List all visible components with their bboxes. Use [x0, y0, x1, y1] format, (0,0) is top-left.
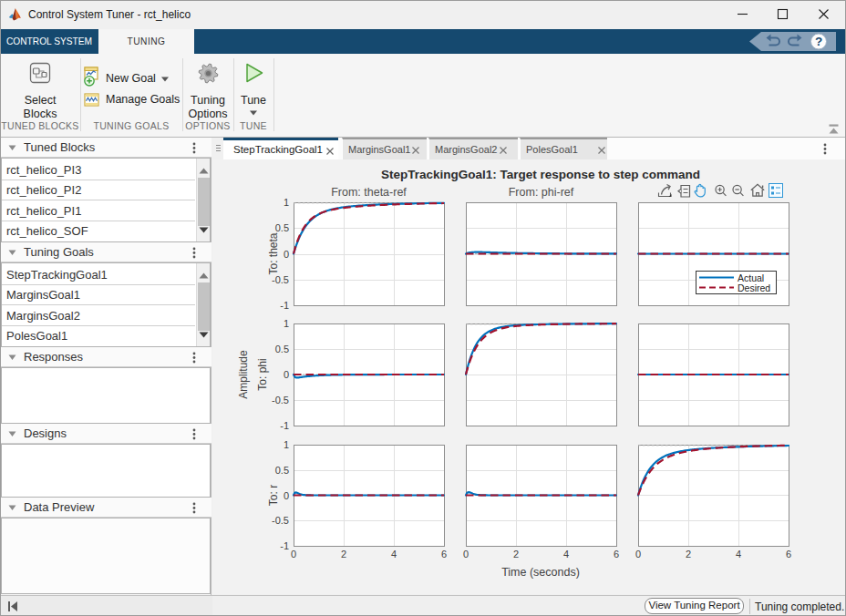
svg-text:2: 2 — [686, 549, 691, 560]
svg-text:To: phi: To: phi — [256, 358, 269, 390]
svg-text:-0.5: -0.5 — [272, 515, 289, 526]
svg-text:6: 6 — [614, 549, 619, 560]
svg-text:From: phi-ref: From: phi-ref — [509, 186, 574, 199]
svg-text:0: 0 — [284, 369, 289, 380]
svg-text:0: 0 — [291, 549, 296, 560]
svg-text:-1: -1 — [280, 540, 289, 551]
svg-text:0.5: 0.5 — [275, 465, 289, 476]
svg-text:2: 2 — [341, 549, 346, 560]
svg-text:To: r: To: r — [267, 485, 280, 506]
svg-text:-0.5: -0.5 — [272, 395, 289, 406]
svg-text:Amplitude: Amplitude — [237, 350, 250, 399]
svg-text:Desired: Desired — [738, 282, 770, 293]
svg-text:4: 4 — [563, 549, 569, 560]
svg-text:0: 0 — [635, 549, 641, 560]
svg-text:4: 4 — [736, 549, 741, 560]
svg-text:StepTrackingGoal1: Target resp: StepTrackingGoal1: Target response to st… — [381, 168, 700, 181]
svg-text:2: 2 — [513, 549, 519, 560]
svg-text:From: theta-ref: From: theta-ref — [331, 186, 407, 199]
svg-text:0: 0 — [284, 249, 289, 260]
svg-text:To: theta: To: theta — [267, 232, 280, 274]
svg-text:0: 0 — [463, 549, 469, 560]
svg-text:6: 6 — [786, 549, 791, 560]
svg-text:1: 1 — [284, 318, 289, 329]
svg-text:0.5: 0.5 — [275, 344, 289, 354]
svg-text:-0.5: -0.5 — [272, 274, 289, 285]
svg-text:1: 1 — [284, 439, 289, 450]
svg-text:-1: -1 — [280, 300, 289, 311]
svg-text:?: ? — [815, 35, 822, 48]
svg-text:0: 0 — [284, 490, 289, 501]
svg-text:1: 1 — [284, 197, 289, 208]
svg-text:Time (seconds): Time (seconds) — [501, 566, 580, 579]
svg-text:6: 6 — [441, 549, 447, 560]
svg-text:4: 4 — [391, 549, 397, 560]
svg-text:-1: -1 — [280, 420, 289, 431]
svg-text:0.5: 0.5 — [275, 222, 289, 233]
